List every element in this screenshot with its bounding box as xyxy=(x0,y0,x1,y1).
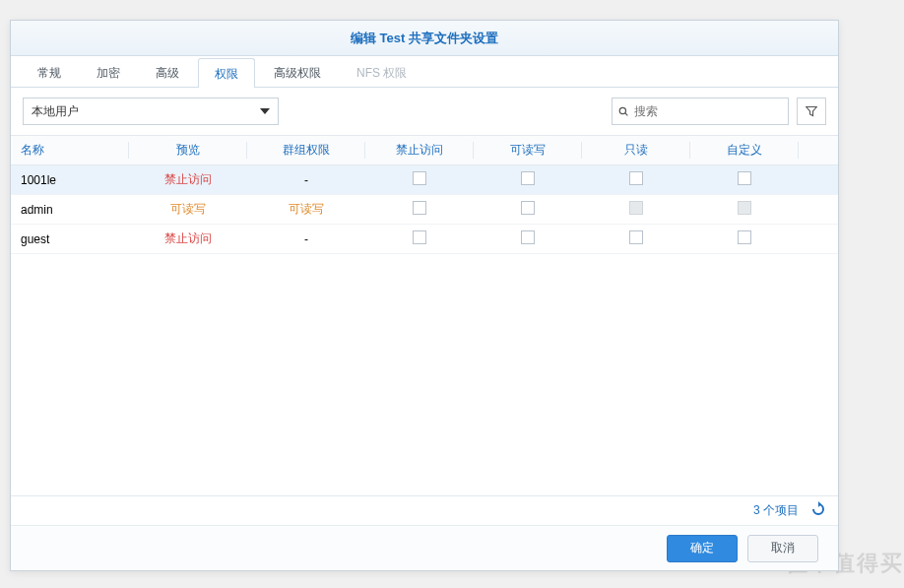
ro-checkbox xyxy=(629,201,643,215)
permissions-table: 名称 预览 群组权限 禁止访问 可读写 只读 自定义 1001le禁止访问-ad… xyxy=(11,135,838,495)
ro-checkbox[interactable] xyxy=(629,230,643,244)
svg-point-0 xyxy=(619,107,625,113)
custom-checkbox[interactable] xyxy=(738,230,751,244)
table-header: 名称 预览 群组权限 禁止访问 可读写 只读 自定义 xyxy=(11,136,838,165)
tab-advanced-permissions[interactable]: 高级权限 xyxy=(257,57,338,87)
search-box[interactable] xyxy=(612,98,789,125)
rw-cell xyxy=(474,230,582,247)
cell-group-perm: 可读写 xyxy=(247,201,365,218)
col-rw[interactable]: 可读写 xyxy=(474,142,582,159)
cell-preview: 禁止访问 xyxy=(129,171,247,188)
table-row[interactable]: guest禁止访问- xyxy=(11,225,838,254)
tab-permissions[interactable]: 权限 xyxy=(198,58,255,88)
deny-checkbox[interactable] xyxy=(413,230,426,244)
chevron-down-icon xyxy=(260,108,270,114)
rw-checkbox[interactable] xyxy=(521,171,535,185)
cell-preview: 可读写 xyxy=(129,201,247,218)
tab-encryption[interactable]: 加密 xyxy=(80,57,137,87)
custom-cell xyxy=(690,201,799,218)
cell-name: admin xyxy=(11,203,129,217)
custom-checkbox xyxy=(738,201,751,215)
rw-checkbox[interactable] xyxy=(521,201,535,215)
deny-cell xyxy=(365,201,474,218)
cell-name: 1001le xyxy=(11,173,129,187)
tab-nfs-permissions: NFS 权限 xyxy=(340,57,423,87)
deny-cell xyxy=(365,230,474,247)
status-bar: 3 个项目 xyxy=(11,495,838,525)
user-type-value: 本地用户 xyxy=(32,103,79,120)
filter-button[interactable] xyxy=(797,98,826,125)
table-row[interactable]: 1001le禁止访问- xyxy=(11,165,838,195)
ro-cell xyxy=(582,230,690,247)
tabs-bar: 常规 加密 高级 权限 高级权限 NFS 权限 xyxy=(11,56,838,88)
refresh-button[interactable] xyxy=(810,501,826,521)
user-type-select[interactable]: 本地用户 xyxy=(23,98,279,125)
ro-cell xyxy=(582,171,690,188)
cell-group-perm: - xyxy=(247,173,365,187)
dialog-footer: 确定 取消 xyxy=(11,525,838,570)
deny-checkbox[interactable] xyxy=(413,201,426,215)
custom-cell xyxy=(690,171,799,188)
ok-button[interactable]: 确定 xyxy=(667,535,738,562)
rw-checkbox[interactable] xyxy=(521,230,535,244)
col-custom[interactable]: 自定义 xyxy=(690,142,799,159)
custom-checkbox[interactable] xyxy=(738,171,751,185)
rw-cell xyxy=(474,201,582,218)
table-body: 1001le禁止访问-admin可读写可读写guest禁止访问- xyxy=(11,165,838,254)
custom-cell xyxy=(690,230,799,247)
ro-checkbox[interactable] xyxy=(629,171,643,185)
cell-name: guest xyxy=(11,232,129,246)
deny-cell xyxy=(365,171,474,188)
cell-group-perm: - xyxy=(247,232,365,246)
tab-general[interactable]: 常规 xyxy=(21,57,78,87)
deny-checkbox[interactable] xyxy=(413,171,426,185)
ro-cell xyxy=(582,201,690,218)
item-count: 3 个项目 xyxy=(753,502,799,519)
col-ro[interactable]: 只读 xyxy=(582,142,690,159)
refresh-icon xyxy=(810,501,826,517)
tab-advanced[interactable]: 高级 xyxy=(139,57,196,87)
col-group-perm[interactable]: 群组权限 xyxy=(247,142,365,159)
search-icon xyxy=(618,104,628,118)
dialog-title: 编辑 Test 共享文件夹设置 xyxy=(11,21,838,56)
cancel-button[interactable]: 取消 xyxy=(747,535,818,562)
cell-preview: 禁止访问 xyxy=(129,230,247,247)
col-name[interactable]: 名称 xyxy=(11,142,129,159)
rw-cell xyxy=(474,171,582,188)
search-input[interactable] xyxy=(634,104,782,118)
col-deny[interactable]: 禁止访问 xyxy=(365,142,474,159)
toolbar: 本地用户 xyxy=(11,88,838,135)
col-preview[interactable]: 预览 xyxy=(129,142,247,159)
filter-icon xyxy=(806,105,817,117)
edit-shared-folder-dialog: 编辑 Test 共享文件夹设置 常规 加密 高级 权限 高级权限 NFS 权限 … xyxy=(10,20,839,571)
table-row[interactable]: admin可读写可读写 xyxy=(11,195,838,225)
svg-line-1 xyxy=(625,113,628,116)
